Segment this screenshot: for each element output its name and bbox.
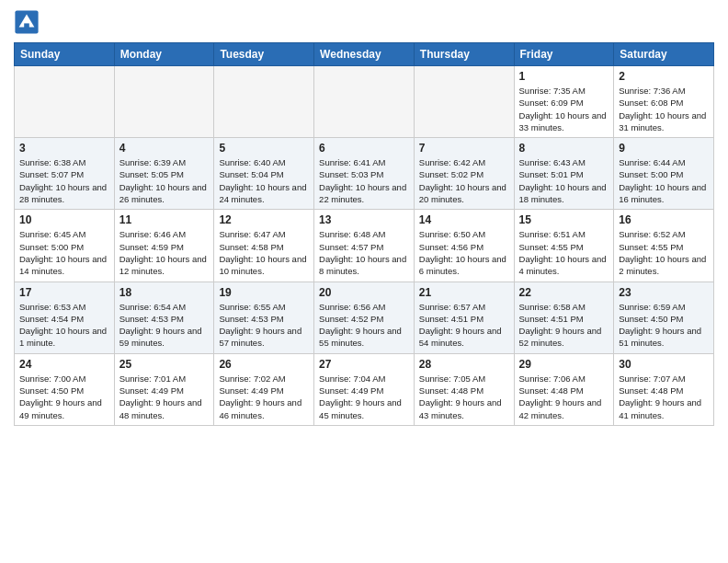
day-number: 22 <box>519 286 609 299</box>
day-info: Sunrise: 6:50 AMSunset: 4:56 PMDaylight:… <box>419 228 509 277</box>
calendar-header-tuesday: Tuesday <box>214 43 314 66</box>
calendar-header-sunday: Sunday <box>15 43 115 66</box>
day-number: 21 <box>419 286 509 299</box>
day-info: Sunrise: 7:07 AMSunset: 4:48 PMDaylight:… <box>619 373 709 421</box>
day-number: 6 <box>319 142 409 155</box>
day-info: Sunrise: 6:54 AMSunset: 4:53 PMDaylight:… <box>119 301 210 350</box>
calendar-cell: 8Sunrise: 6:43 AMSunset: 5:01 PMDaylight… <box>514 138 614 210</box>
calendar-week-4: 17Sunrise: 6:53 AMSunset: 4:54 PMDayligh… <box>15 282 714 353</box>
calendar-cell: 11Sunrise: 6:46 AMSunset: 4:59 PMDayligh… <box>114 210 214 282</box>
calendar-cell: 24Sunrise: 7:00 AMSunset: 4:50 PMDayligh… <box>15 353 115 425</box>
day-number: 10 <box>19 213 109 226</box>
day-info: Sunrise: 6:41 AMSunset: 5:03 PMDaylight:… <box>319 156 409 205</box>
calendar-week-1: 1Sunrise: 7:35 AMSunset: 6:09 PMDaylight… <box>15 66 714 138</box>
day-number: 13 <box>319 213 409 226</box>
calendar-header-monday: Monday <box>114 43 214 66</box>
day-info: Sunrise: 6:43 AMSunset: 5:01 PMDaylight:… <box>519 156 609 205</box>
day-info: Sunrise: 6:42 AMSunset: 5:02 PMDaylight:… <box>419 156 509 205</box>
day-number: 5 <box>219 142 309 155</box>
day-info: Sunrise: 7:05 AMSunset: 4:48 PMDaylight:… <box>419 373 509 421</box>
logo <box>14 9 43 35</box>
calendar-cell: 22Sunrise: 6:58 AMSunset: 4:51 PMDayligh… <box>514 282 614 353</box>
day-info: Sunrise: 6:39 AMSunset: 5:05 PMDaylight:… <box>119 156 210 205</box>
calendar-cell: 7Sunrise: 6:42 AMSunset: 5:02 PMDaylight… <box>414 138 514 210</box>
svg-rect-2 <box>24 23 29 29</box>
calendar-header-row: SundayMondayTuesdayWednesdayThursdayFrid… <box>15 43 714 66</box>
day-info: Sunrise: 6:58 AMSunset: 4:51 PMDaylight:… <box>519 301 609 350</box>
day-info: Sunrise: 6:53 AMSunset: 4:54 PMDaylight:… <box>19 301 109 350</box>
calendar-cell: 3Sunrise: 6:38 AMSunset: 5:07 PMDaylight… <box>15 138 115 210</box>
calendar-cell: 15Sunrise: 6:51 AMSunset: 4:55 PMDayligh… <box>514 210 614 282</box>
day-number: 1 <box>519 70 609 83</box>
calendar-cell: 5Sunrise: 6:40 AMSunset: 5:04 PMDaylight… <box>214 138 314 210</box>
calendar-cell: 21Sunrise: 6:57 AMSunset: 4:51 PMDayligh… <box>414 282 514 353</box>
day-info: Sunrise: 6:40 AMSunset: 5:04 PMDaylight:… <box>219 156 309 205</box>
day-info: Sunrise: 7:04 AMSunset: 4:49 PMDaylight:… <box>319 373 409 421</box>
day-info: Sunrise: 7:36 AMSunset: 6:08 PMDaylight:… <box>619 85 709 133</box>
calendar-week-5: 24Sunrise: 7:00 AMSunset: 4:50 PMDayligh… <box>15 353 714 425</box>
day-number: 14 <box>419 213 509 226</box>
day-number: 23 <box>619 286 709 299</box>
calendar-table: SundayMondayTuesdayWednesdayThursdayFrid… <box>14 42 714 426</box>
calendar-cell: 14Sunrise: 6:50 AMSunset: 4:56 PMDayligh… <box>414 210 514 282</box>
calendar-cell: 17Sunrise: 6:53 AMSunset: 4:54 PMDayligh… <box>15 282 115 353</box>
calendar-cell: 28Sunrise: 7:05 AMSunset: 4:48 PMDayligh… <box>414 353 514 425</box>
day-number: 9 <box>619 142 709 155</box>
day-number: 19 <box>219 286 309 299</box>
calendar-cell <box>15 66 115 138</box>
day-number: 2 <box>619 70 709 83</box>
day-number: 17 <box>19 286 109 299</box>
day-info: Sunrise: 6:59 AMSunset: 4:50 PMDaylight:… <box>619 301 709 350</box>
day-number: 8 <box>519 142 609 155</box>
day-info: Sunrise: 6:38 AMSunset: 5:07 PMDaylight:… <box>19 156 109 205</box>
day-number: 26 <box>219 358 309 371</box>
calendar-cell: 29Sunrise: 7:06 AMSunset: 4:48 PMDayligh… <box>514 353 614 425</box>
day-number: 4 <box>119 142 210 155</box>
day-info: Sunrise: 6:56 AMSunset: 4:52 PMDaylight:… <box>319 301 409 350</box>
day-number: 24 <box>19 358 109 371</box>
calendar-header-thursday: Thursday <box>414 43 514 66</box>
calendar-cell: 19Sunrise: 6:55 AMSunset: 4:53 PMDayligh… <box>214 282 314 353</box>
calendar-header-wednesday: Wednesday <box>314 43 415 66</box>
day-number: 30 <box>619 358 709 371</box>
day-number: 7 <box>419 142 509 155</box>
logo-icon <box>14 9 40 35</box>
day-number: 15 <box>519 213 609 226</box>
calendar-cell <box>414 66 514 138</box>
page: SundayMondayTuesdayWednesdayThursdayFrid… <box>0 0 728 435</box>
calendar-cell: 25Sunrise: 7:01 AMSunset: 4:49 PMDayligh… <box>114 353 214 425</box>
day-info: Sunrise: 7:01 AMSunset: 4:49 PMDaylight:… <box>119 373 210 421</box>
day-number: 29 <box>519 358 609 371</box>
calendar-cell: 13Sunrise: 6:48 AMSunset: 4:57 PMDayligh… <box>314 210 415 282</box>
calendar-week-2: 3Sunrise: 6:38 AMSunset: 5:07 PMDaylight… <box>15 138 714 210</box>
calendar-cell: 27Sunrise: 7:04 AMSunset: 4:49 PMDayligh… <box>314 353 415 425</box>
day-number: 18 <box>119 286 210 299</box>
day-number: 25 <box>119 358 210 371</box>
day-info: Sunrise: 6:46 AMSunset: 4:59 PMDaylight:… <box>119 228 210 277</box>
calendar-cell: 6Sunrise: 6:41 AMSunset: 5:03 PMDaylight… <box>314 138 415 210</box>
day-number: 11 <box>119 213 210 226</box>
day-number: 20 <box>319 286 409 299</box>
calendar-header-saturday: Saturday <box>614 43 714 66</box>
day-info: Sunrise: 6:52 AMSunset: 4:55 PMDaylight:… <box>619 228 709 277</box>
calendar-cell: 30Sunrise: 7:07 AMSunset: 4:48 PMDayligh… <box>614 353 714 425</box>
calendar-week-3: 10Sunrise: 6:45 AMSunset: 5:00 PMDayligh… <box>15 210 714 282</box>
day-number: 12 <box>219 213 309 226</box>
day-info: Sunrise: 7:35 AMSunset: 6:09 PMDaylight:… <box>519 85 609 133</box>
day-info: Sunrise: 6:57 AMSunset: 4:51 PMDaylight:… <box>419 301 509 350</box>
day-number: 27 <box>319 358 409 371</box>
day-number: 28 <box>419 358 509 371</box>
calendar-cell <box>114 66 214 138</box>
day-info: Sunrise: 6:51 AMSunset: 4:55 PMDaylight:… <box>519 228 609 277</box>
calendar-cell: 9Sunrise: 6:44 AMSunset: 5:00 PMDaylight… <box>614 138 714 210</box>
calendar-cell: 12Sunrise: 6:47 AMSunset: 4:58 PMDayligh… <box>214 210 314 282</box>
day-info: Sunrise: 7:06 AMSunset: 4:48 PMDaylight:… <box>519 373 609 421</box>
day-number: 3 <box>19 142 109 155</box>
calendar-cell: 23Sunrise: 6:59 AMSunset: 4:50 PMDayligh… <box>614 282 714 353</box>
calendar-cell: 10Sunrise: 6:45 AMSunset: 5:00 PMDayligh… <box>15 210 115 282</box>
day-info: Sunrise: 6:55 AMSunset: 4:53 PMDaylight:… <box>219 301 309 350</box>
calendar-cell <box>214 66 314 138</box>
day-number: 16 <box>619 213 709 226</box>
day-info: Sunrise: 6:44 AMSunset: 5:00 PMDaylight:… <box>619 156 709 205</box>
calendar-cell: 20Sunrise: 6:56 AMSunset: 4:52 PMDayligh… <box>314 282 415 353</box>
